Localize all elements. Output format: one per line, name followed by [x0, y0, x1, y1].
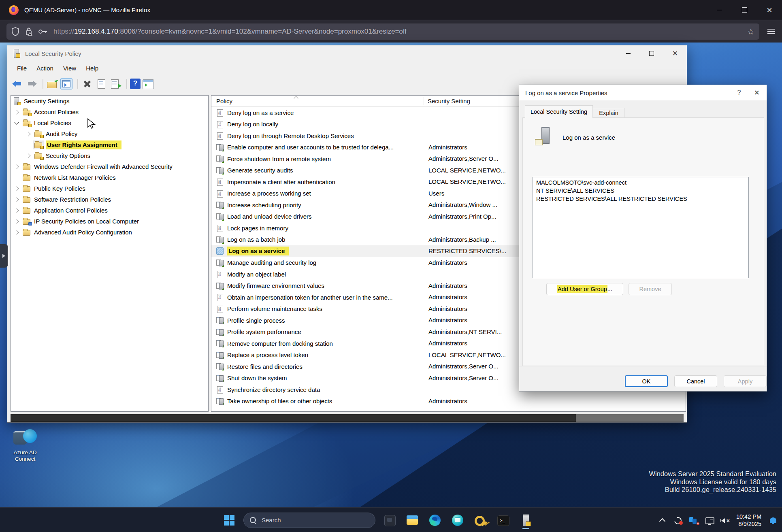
taskbar-clock[interactable]: 10:42 PM 8/9/2025: [736, 513, 761, 528]
security-policy-icon[interactable]: [517, 511, 534, 530]
display-icon[interactable]: [705, 512, 714, 528]
dialog-close-icon[interactable]: ×: [747, 87, 767, 98]
menu-item[interactable]: File: [12, 63, 32, 73]
mmc-close-button[interactable]: [663, 45, 687, 62]
edge-icon[interactable]: [426, 511, 443, 530]
terminal-icon[interactable]: [494, 511, 511, 530]
expand-chevron-icon[interactable]: [26, 142, 32, 148]
security-root-icon[interactable]: Security Settings: [11, 96, 208, 106]
mmc-titlebar[interactable]: Local Security Policy: [7, 45, 687, 62]
menu-item[interactable]: Help: [81, 63, 103, 73]
help-icon[interactable]: [130, 79, 141, 89]
search-input[interactable]: [261, 516, 369, 524]
folder-lock-icon[interactable]: Account Policies: [11, 106, 208, 117]
file-explorer-icon[interactable]: [404, 511, 421, 530]
console-window-icon[interactable]: [60, 78, 72, 89]
expand-chevron-icon[interactable]: [14, 164, 20, 170]
start-button[interactable]: [221, 511, 238, 530]
lock-warning-icon[interactable]: [25, 27, 32, 36]
tab-explain[interactable]: Explain: [593, 108, 624, 118]
folder-icon[interactable]: Software Restriction Policies: [11, 194, 208, 205]
dialog-help-icon[interactable]: ?: [731, 89, 747, 97]
member-entry[interactable]: RESTRICTED SERVICES\ALL RESTRICTED SERVI…: [536, 195, 745, 203]
keys-icon[interactable]: [472, 511, 489, 530]
folder-net-icon[interactable]: IP Security Policies on Local Computer: [11, 216, 208, 227]
forward-icon[interactable]: [26, 78, 38, 89]
column-header-policy[interactable]: Policy: [216, 98, 232, 104]
remove-button[interactable]: Remove: [629, 283, 672, 295]
novnc-control-handle[interactable]: [0, 244, 8, 268]
horizontal-scrollbar[interactable]: [11, 414, 684, 422]
policy-name: Deny log on as a service: [227, 109, 294, 116]
properties-icon[interactable]: [95, 78, 107, 89]
folder-lock-icon[interactable]: Security Options: [11, 150, 208, 161]
cancel-button[interactable]: Cancel: [674, 375, 717, 387]
scrollbar-thumb[interactable]: [11, 414, 576, 422]
column-header-security-setting[interactable]: Security Setting: [428, 98, 470, 104]
back-icon[interactable]: [11, 78, 23, 89]
sync-icon[interactable]: [673, 512, 683, 528]
browser-maximize-button[interactable]: [732, 0, 757, 20]
new-window-icon[interactable]: [143, 79, 154, 89]
volume-muted-icon[interactable]: [720, 512, 730, 528]
policy-name: Enable computer and user accounts to be …: [227, 144, 394, 151]
mmc-maximize-button[interactable]: [640, 45, 663, 62]
export-folder-icon[interactable]: [46, 78, 58, 89]
mmc-minimize-button[interactable]: [616, 45, 640, 62]
export-list-icon[interactable]: [109, 78, 121, 89]
sep-icon[interactable]: [43, 79, 43, 89]
expand-chevron-icon[interactable]: [14, 174, 20, 181]
menu-hamburger-icon[interactable]: [767, 29, 775, 34]
folder-icon[interactable]: Windows Defender Firewall with Advanced …: [11, 161, 208, 172]
bookmark-star-icon[interactable]: ☆: [747, 27, 754, 36]
folder-lock-icon[interactable]: Local Policies: [11, 117, 208, 128]
folder-icon[interactable]: Advanced Audit Policy Configuration: [11, 227, 208, 238]
expand-chevron-icon[interactable]: [14, 109, 20, 115]
notification-bell-icon[interactable]: [769, 512, 777, 528]
sep-icon[interactable]: [126, 79, 127, 89]
expand-chevron-icon[interactable]: [14, 218, 20, 225]
policy-name: Force shutdown from a remote system: [227, 155, 331, 162]
dialog-titlebar[interactable]: Log on as a service Properties ? ×: [519, 85, 767, 100]
folder-icon[interactable]: Network List Manager Policies: [11, 172, 208, 183]
server-icon[interactable]: Take ownership of files or other objects…: [211, 396, 686, 407]
policy-name: Increase scheduling priority: [227, 202, 301, 209]
folder-icon[interactable]: Application Control Policies: [11, 205, 208, 216]
delete-icon[interactable]: [81, 78, 93, 89]
network-sync-icon[interactable]: [689, 512, 699, 528]
policy-name: Remove computer from docking station: [227, 340, 333, 347]
server-manager-icon[interactable]: [449, 511, 466, 530]
expand-chevron-icon[interactable]: [14, 185, 20, 192]
apply-button[interactable]: Apply: [724, 375, 767, 387]
folder-lock-icon[interactable]: Audit Policy: [11, 128, 208, 139]
url-text[interactable]: https://192.168.4.170:8006/?console=kvm&…: [53, 28, 743, 36]
expand-chevron-icon[interactable]: [14, 196, 20, 203]
chevron-up-icon[interactable]: [657, 512, 667, 528]
expand-chevron-icon[interactable]: [14, 207, 20, 214]
tab-local-security-setting[interactable]: Local Security Setting: [525, 105, 593, 118]
ok-button[interactable]: OK: [625, 375, 668, 387]
member-entry[interactable]: NT SERVICE\ALL SERVICES: [536, 187, 745, 195]
menu-item[interactable]: View: [58, 63, 81, 73]
browser-close-button[interactable]: [757, 0, 782, 20]
taskbar-search-box[interactable]: [243, 513, 375, 528]
url-bar[interactable]: https://192.168.4.170:8006/?console=kvm&…: [6, 23, 759, 40]
expand-chevron-icon[interactable]: [26, 153, 32, 159]
folder-icon[interactable]: Public Key Policies: [11, 183, 208, 194]
key-icon[interactable]: [38, 28, 48, 35]
expand-chevron-icon[interactable]: [14, 120, 20, 126]
column-divider[interactable]: [424, 97, 424, 105]
sep-icon[interactable]: [77, 79, 78, 89]
add-user-or-group-button[interactable]: Add User or Group...: [546, 283, 623, 295]
member-entry[interactable]: MALCOLMSOTO\svc-add-connect: [536, 179, 745, 187]
expand-chevron-icon[interactable]: [26, 131, 32, 137]
window-dark-icon[interactable]: [381, 511, 398, 530]
expand-chevron-icon[interactable]: [14, 229, 20, 236]
folder-lock-icon[interactable]: User Rights Assignment: [11, 139, 208, 150]
browser-minimize-button[interactable]: [707, 0, 732, 20]
members-listbox[interactable]: MALCOLMSOTO\svc-add-connectNT SERVICE\AL…: [533, 177, 749, 278]
menu-item[interactable]: Action: [32, 63, 58, 73]
shield-icon[interactable]: [11, 27, 19, 36]
policy-security-setting: Administrators: [428, 282, 467, 289]
desktop-shortcut-azure-ad-connect[interactable]: Azure AD Connect: [6, 429, 44, 462]
